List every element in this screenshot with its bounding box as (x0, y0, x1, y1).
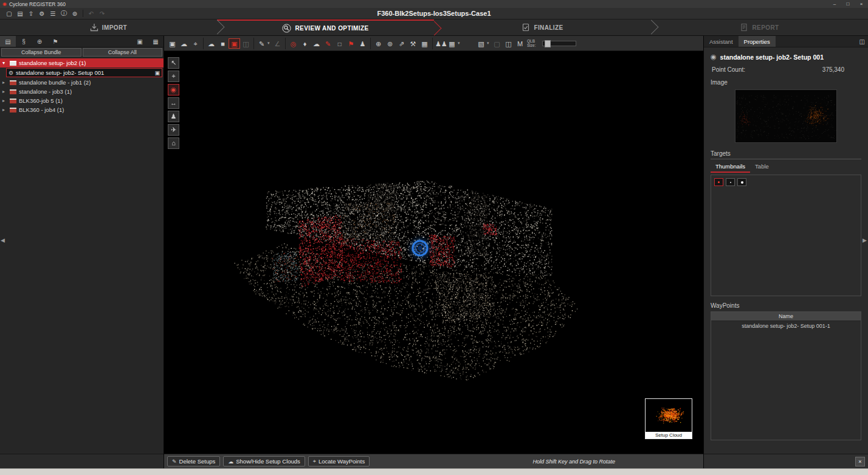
workflow-step-report[interactable]: REPORT (651, 19, 868, 35)
pen-dropdown-caret[interactable]: ▾ (267, 41, 272, 46)
visual-registration-icon[interactable]: ▣ (167, 38, 178, 49)
toolbar-separator (432, 38, 433, 49)
qlb-slider-handle[interactable] (545, 40, 551, 47)
panel-layout-icon[interactable]: ◫ (859, 36, 868, 47)
sketch-tool-icon[interactable]: ✎ (322, 38, 334, 49)
report-list-icon[interactable]: ☰ (47, 10, 58, 17)
setup-cloud-widget[interactable]: Setup Cloud (645, 398, 692, 439)
expand-view-icon[interactable]: ⇗ (396, 38, 407, 49)
tree-item-bundle-job1[interactable]: ▸ standalone bundle - job1 (2) (0, 78, 164, 87)
pan-tool-icon[interactable]: ↔ (168, 97, 179, 109)
about-icon[interactable]: ⊚ (69, 10, 80, 17)
add-waypoint-icon[interactable]: ⚑ (345, 38, 357, 49)
locate-waypoints-button[interactable]: ⌖ Locate WayPoints (308, 456, 370, 466)
targets-tab-table[interactable]: Table (750, 162, 774, 173)
point-cloud-canvas[interactable] (164, 51, 703, 454)
pen-tool-icon[interactable]: ✎ (256, 38, 267, 49)
home-view-icon[interactable]: ⌂ (168, 137, 179, 149)
setup-image-thumbnail[interactable] (735, 89, 837, 143)
web-tab-icon[interactable]: ⊕ (32, 36, 47, 47)
target-thumbnail-3[interactable] (737, 178, 746, 186)
point-cloud-view-icon[interactable]: ☁ (205, 38, 217, 49)
quick-cloud-icon[interactable]: ☁ (311, 38, 322, 49)
tree-item-label: standalone bundle - job1 (2) (19, 79, 91, 86)
target-thumbnail-2[interactable] (726, 178, 735, 186)
web-link-icon[interactable]: ⊛ (384, 38, 396, 49)
tree-item-blk360-job4[interactable]: ▸ BLK360 - job4 (1) (0, 105, 164, 114)
truslicer-icon[interactable]: ▦ (419, 38, 430, 49)
tools-icon[interactable]: ⚒ (407, 38, 419, 49)
panorama-image-icon[interactable]: ▣ (229, 38, 240, 49)
add-person-icon[interactable]: ♟ (357, 38, 368, 49)
tree-item-blk360-job5[interactable]: ▸ BLK360-job 5 (1) (0, 96, 164, 105)
minimize-button[interactable]: – (828, 0, 841, 8)
collapse-bundle-button[interactable]: Collapse Bundle (1, 48, 81, 57)
caret-down-icon[interactable]: ▾ (2, 60, 7, 66)
pano-people-icon[interactable]: ♟♟ (435, 38, 446, 49)
redo-icon[interactable]: ↷ (97, 10, 108, 17)
targets-tab-thumbnails[interactable]: Thumbnails (711, 162, 750, 173)
export-icon[interactable]: ⇪ (26, 10, 36, 17)
undo-icon[interactable]: ↶ (86, 10, 97, 17)
multi-window-icon[interactable]: ◫ (503, 38, 514, 49)
collapse-all-button[interactable]: Collapse All (83, 48, 163, 57)
save-project-icon[interactable]: ▤ (15, 10, 26, 17)
slope-tool-icon[interactable]: ∠ (272, 38, 283, 49)
target-thumbnail-1[interactable] (714, 178, 723, 186)
orbit-tool-icon[interactable]: ◉ (168, 84, 179, 95)
workflow-step-import[interactable]: IMPORT (0, 19, 217, 35)
collapse-right-panel-arrow[interactable]: ▶ (863, 237, 867, 243)
attachments-tab-icon[interactable]: § (16, 36, 32, 47)
tab-assistant[interactable]: Assistant (704, 36, 739, 47)
import-data-icon[interactable]: ▣ (132, 36, 148, 47)
collapse-button-row: Collapse Bundle Collapse All (0, 47, 164, 57)
tab-properties[interactable]: Properties (739, 36, 776, 47)
waypoint-row[interactable]: standalone setup- job2- Setup 001-1 (711, 321, 861, 331)
show-hide-setup-clouds-button[interactable]: ☁ Show/Hide Setup Clouds (223, 456, 305, 466)
project-title: F360-Blk2Setups-Ios3Setups-Case1 (0, 10, 868, 17)
settings-gear-icon[interactable]: ⚙ (36, 10, 47, 17)
table-dropdown-caret[interactable]: ▾ (458, 41, 462, 46)
auto-align-icon[interactable]: ⌖ (190, 38, 201, 49)
add-target-icon[interactable]: ◎ (288, 38, 299, 49)
waypoints-name-column: Name (711, 312, 861, 321)
walk-mode-icon[interactable]: ♟ (168, 111, 179, 122)
close-button[interactable]: × (855, 0, 868, 8)
tree-item-bundle-job3[interactable]: ▸ standalone - job3 (1) (0, 87, 164, 96)
snap-m-icon[interactable]: M (514, 38, 526, 49)
caret-right-icon[interactable]: ▸ (2, 89, 7, 94)
point-cloud-viewport[interactable]: ↖ ⌖ ◉ ↔ ♟ ✈ ⌂ Setup Cloud (164, 51, 703, 454)
info-icon[interactable]: ⓘ (58, 9, 69, 18)
grayscale-image-icon[interactable]: ■ (217, 38, 229, 49)
maximize-button[interactable]: □ (841, 0, 855, 8)
tree-tab-icon[interactable]: ▤ (0, 36, 16, 47)
panel-close-button[interactable]: × (855, 457, 865, 466)
setup-image-icon: ▣ (154, 70, 160, 76)
camera-icon[interactable]: ◘ (334, 38, 345, 49)
select-tool-icon[interactable]: ↖ (168, 57, 179, 69)
caret-right-icon[interactable]: ▸ (2, 98, 7, 103)
cloud-to-cloud-icon[interactable]: ☁ (178, 38, 190, 49)
caret-right-icon[interactable]: ▸ (2, 107, 7, 113)
setup-cloud-thumbnail (646, 399, 692, 429)
tree-item-setup-001[interactable]: ⚙ standalone setup- job2- Setup 001 ▣ (6, 68, 162, 77)
import-image-icon[interactable]: ▦ (148, 36, 164, 47)
caret-right-icon[interactable]: ▸ (2, 80, 7, 85)
open-project-icon[interactable]: ▢ (4, 10, 15, 17)
collapse-left-panel-arrow[interactable]: ◀ (1, 237, 5, 243)
workflow-step-finalize[interactable]: FINALIZE (434, 19, 651, 35)
split-view-icon[interactable]: ◫ (240, 38, 252, 49)
qlb-size-slider[interactable] (542, 41, 576, 46)
table-layout-icon[interactable]: ▦ (446, 38, 458, 49)
flag-tab-icon[interactable]: ⚑ (47, 36, 63, 47)
mini-cube-icon[interactable]: ▢ (491, 38, 503, 49)
web-share-icon[interactable]: ⊕ (373, 38, 384, 49)
delete-setups-button[interactable]: ✎ Delete Setups (167, 456, 220, 466)
cube-dropdown-caret[interactable]: ▾ (487, 41, 491, 46)
tree-item-bundle-job2[interactable]: ▾ standalone setup- job2 (1) (0, 58, 164, 68)
workflow-step-review[interactable]: REVIEW AND OPTIMIZE (217, 19, 434, 35)
view-cube-icon[interactable]: ▧ (475, 38, 487, 49)
pick-point-icon[interactable]: ⌖ (168, 71, 179, 82)
add-tag-icon[interactable]: ♦ (299, 38, 311, 49)
fly-mode-icon[interactable]: ✈ (168, 124, 179, 136)
